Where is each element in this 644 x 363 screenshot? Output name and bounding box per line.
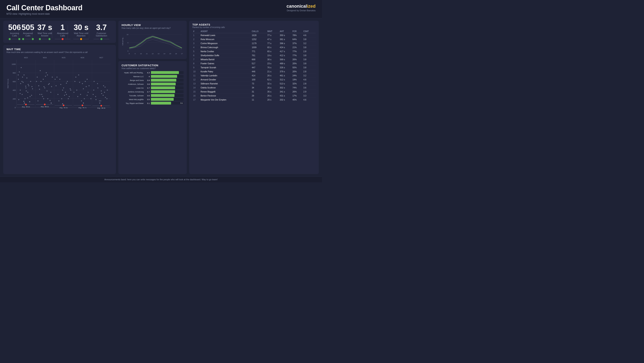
dashboard-subtitle: MTD view: Highlighting most recent date [6, 13, 82, 15]
agents-cell-11-0: 12 [192, 78, 200, 82]
agents-cell-10-0: 11 [192, 74, 200, 78]
agents-cell-10-3: 26 s [266, 74, 279, 78]
agents-cell-7-0: 8 [192, 62, 200, 66]
agents-title: TOP AGENTS [192, 23, 316, 26]
agents-cell-16-0: 17 [192, 98, 200, 102]
agents-cell-0-4: 350 s [279, 33, 292, 37]
agents-cell-8-0: 9 [192, 66, 200, 70]
agents-cell-3-5: 21% [292, 45, 302, 49]
agents-cell-4-2: 771 [251, 49, 266, 53]
svg-text:5: 5 [128, 42, 128, 44]
agents-cell-7-2: 517 [251, 62, 266, 66]
agents-cell-7-5: 20% [292, 62, 302, 66]
svg-text:0: 0 [128, 50, 128, 52]
header: Call Center Dashboard MTD view: Highligh… [0, 0, 322, 18]
agents-cell-2-0: 3 [192, 41, 200, 45]
svg-point-133 [107, 90, 108, 91]
kpi-line [55, 39, 61, 39]
svg-point-138 [25, 104, 27, 105]
svg-point-94 [70, 88, 71, 89]
svg-point-91 [64, 95, 65, 96]
svg-point-96 [62, 103, 63, 104]
agents-cell-13-1: Odelia Scothron [200, 86, 251, 90]
agents-cell-0-2: 1628 [251, 33, 266, 37]
agents-cell-15-5: 17% [292, 94, 302, 98]
svg-point-51 [27, 97, 28, 98]
svg-point-135 [100, 100, 101, 101]
agents-cell-14-4: 341 s [279, 90, 292, 94]
svg-point-125 [106, 98, 108, 99]
agents-table-row: 5Nerita Coultas77165 s417 s77%2.8 [192, 49, 316, 53]
csat-bar-row: Lowe Inc 3.7 [122, 86, 184, 89]
svg-text:Avg.: 46.5s: Avg.: 46.5s [60, 107, 68, 109]
csat-bar-row: Berge and Sons 3.9 [122, 79, 184, 82]
agents-cell-1-4: 381 s [279, 37, 292, 41]
svg-point-55 [41, 94, 42, 95]
kpi-line [83, 39, 89, 39]
agents-table-row: 9Tamqrah Scorah44776 s326 s55%3.8 [192, 66, 316, 70]
agents-cell-14-2: 31 [251, 90, 266, 94]
kpi-item-3: 1 Abandoned Calls [55, 24, 70, 40]
agents-cell-12-5: 32% [292, 82, 302, 86]
svg-point-26 [22, 94, 23, 95]
agents-cell-9-2: 446 [251, 70, 266, 74]
agents-cell-15-0: 16 [192, 94, 200, 98]
svg-point-99 [76, 90, 77, 91]
svg-point-129 [99, 103, 100, 104]
svg-point-61 [50, 92, 51, 93]
svg-point-150 [100, 105, 102, 107]
hourly-title: HOURLY VIEW [122, 24, 184, 27]
agents-cell-4-0: 5 [192, 49, 200, 53]
agents-table-row: 8Fowler Gaines51723 s489 s20%3.8 [192, 62, 316, 66]
hourly-panel: HOURLY VIEW How many calls (on avg.) doe… [118, 21, 187, 59]
kpi-line [103, 39, 109, 39]
agents-cell-15-1: Berton Flecknoe [200, 94, 251, 98]
csat-bar-label-end: 3.1 [180, 102, 183, 104]
scatter-container: 02004006008001000Wait Time (s)W23W24W25W… [6, 55, 113, 116]
agents-cell-7-6: 3.8 [302, 62, 316, 66]
agents-cell-10-6: 3.2 [302, 74, 316, 78]
agents-cell-7-3: 23 s [266, 62, 279, 66]
left-panel: 506 Incoming Calls 505 Answered Calls 37… [3, 21, 116, 174]
agents-cell-8-2: 447 [251, 66, 266, 70]
svg-point-78 [56, 85, 56, 86]
agents-cell-13-4: 302 s [279, 86, 292, 90]
svg-point-115 [83, 103, 84, 104]
svg-point-134 [92, 94, 94, 95]
agents-cell-1-3: 47 s [266, 37, 279, 41]
svg-point-43 [28, 84, 29, 85]
agents-cell-3-4: 424 s [279, 45, 292, 49]
agents-table-row: 10Koralle Patey44621 s379 s20%2.8 [192, 70, 316, 74]
kpi-label: Customer Satisfaction [92, 32, 111, 37]
kpi-line [94, 39, 100, 39]
svg-text:8: 8 [129, 53, 130, 55]
agents-table: #AGENTCALLSWAITAHTFCRCSAT1Reinwald Lowis… [192, 30, 316, 102]
kpi-line [25, 39, 31, 39]
agents-cell-3-6: 3.8 [302, 45, 316, 49]
svg-point-68 [45, 76, 46, 77]
agents-cell-15-6: 3.3 [302, 94, 316, 98]
svg-point-63 [38, 100, 38, 101]
csat-score-value: 3.5 [145, 98, 150, 101]
kpi-item-0: 506 Incoming Calls [8, 24, 21, 40]
csat-company-name: Berge and Sons [122, 79, 144, 81]
csat-subtitle: How satified are our customers lately? [122, 67, 184, 70]
agents-column-header: # [192, 30, 200, 33]
svg-point-36 [31, 95, 32, 96]
agents-cell-2-6: 3.2 [302, 41, 316, 45]
csat-panel: CUSTOMER SATISFACTION How satified are o… [118, 61, 187, 174]
svg-point-114 [74, 92, 74, 93]
svg-point-38 [18, 99, 19, 100]
agents-cell-1-1: Reta Winscum [200, 37, 251, 41]
wait-time-title: WAIT TIME [6, 48, 113, 51]
agents-table-row: 1Reinwald Lowis162877 s350 s78%4.6 [192, 33, 316, 37]
csat-bar-fill [151, 94, 174, 97]
agents-cell-5-5: 77% [292, 53, 302, 57]
kpi-value: 30 s [70, 24, 92, 31]
svg-point-49 [23, 101, 24, 102]
svg-text:W26: W26 [80, 57, 84, 59]
svg-point-109 [81, 100, 82, 101]
agents-cell-1-2: 1252 [251, 37, 266, 41]
kpi-dot [22, 38, 24, 40]
agents-column-header: CALLS [251, 30, 266, 33]
